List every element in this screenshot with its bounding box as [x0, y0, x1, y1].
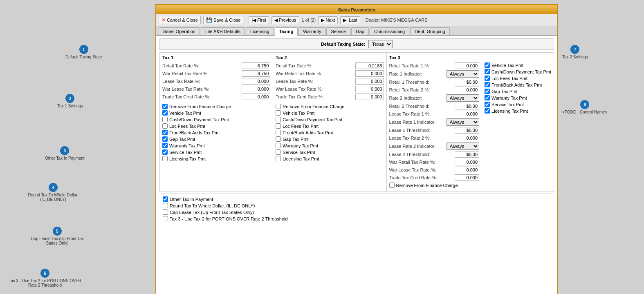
tax3-header: Tax 3	[389, 55, 480, 60]
tax3-remove-finance-checkbox[interactable]	[389, 183, 395, 188]
tax3-service-checkbox[interactable]	[485, 102, 490, 107]
tax3-warranty-checkbox[interactable]	[485, 95, 490, 100]
tax3-lease1-threshold-input[interactable]	[455, 127, 479, 134]
tax1-war-lease-row: War Lease Tax Rate %:	[162, 86, 270, 92]
tax1-retail-rate-row: Retail Tax Rate %:	[162, 62, 270, 69]
tab-gap[interactable]: Gap	[351, 27, 369, 35]
tax3-gap-checkbox[interactable]	[485, 89, 490, 94]
tax3-licensing-checkbox[interactable]	[485, 108, 490, 114]
tab-licensing[interactable]: Licensing	[246, 27, 274, 35]
tax3-lease-rate1-input[interactable]	[455, 111, 479, 117]
tax1-trade-cred-input[interactable]	[242, 94, 270, 100]
tax2-lease-rate-input[interactable]	[355, 78, 384, 85]
tax1-trade-cred-row: Trade Tax Cred Rate %:	[162, 94, 270, 100]
tax3-lease-rate1-row: Lease Tax Rate 1 %:	[389, 111, 480, 117]
tax1-gap-checkbox[interactable]	[162, 136, 168, 142]
tax3-front-back-checkbox[interactable]	[485, 82, 490, 87]
tax3-lease-rate2-row: Lease Tax Rate 2 %:	[389, 135, 480, 141]
tax2-licensing-checkbox[interactable]	[276, 156, 281, 161]
tax1-warranty-checkbox[interactable]	[162, 143, 168, 148]
tax1-cash-down-checkbox[interactable]	[162, 117, 168, 122]
tab-life-ah[interactable]: Life A&H Defaults	[201, 27, 245, 35]
tax3-lease-rate1-indicator-row: Lease Rate 1 Indicator: Always	[389, 118, 480, 126]
tax1-loc-fees-checkbox[interactable]	[162, 123, 168, 129]
tax3-vehicle-tax-checkbox[interactable]	[485, 62, 490, 68]
tax3-loc-fees-checkbox[interactable]	[485, 76, 490, 81]
tax2-loc-fees-checkbox[interactable]	[276, 123, 281, 129]
tax1-war-retail-label: War Retail Tax Rate %:	[162, 71, 209, 76]
tax2-war-lease-input[interactable]	[355, 86, 384, 92]
tax2-cash-down-checkbox[interactable]	[276, 117, 281, 122]
tax2-warranty-checkbox[interactable]	[276, 143, 281, 148]
save-close-button[interactable]: 💾 Save & Close	[203, 16, 244, 24]
tax3-licensing-row: Licensing Tax Pmt	[485, 108, 551, 114]
tax3-lease-rate2-indicator-select[interactable]: Always	[447, 143, 479, 150]
separator-1	[246, 16, 246, 24]
tax3-war-lease-input[interactable]	[455, 167, 479, 173]
cancel-icon: ✕	[162, 17, 166, 23]
tax3-retail1-threshold-input[interactable]	[455, 79, 479, 85]
cap-lease-tax-checkbox[interactable]	[163, 209, 168, 215]
tax3-rate1-indicator-select[interactable]: Always	[447, 70, 479, 78]
tax3-lease2-threshold-input[interactable]	[455, 151, 479, 158]
cancel-close-button[interactable]: ✕ Cancel & Close	[159, 16, 201, 24]
tab-commissioning[interactable]: Commissioning	[370, 27, 409, 35]
tax2-war-retail-input[interactable]	[355, 70, 384, 77]
tax3-rate2-indicator-select[interactable]: Always	[447, 94, 479, 102]
tax3-retail2-threshold-input[interactable]	[455, 103, 479, 109]
tax2-cash-down-label: Cash/Down Payment Tax Pmt	[283, 117, 342, 122]
tax3-front-back-label: Front/Back Adds Tax Pmt	[491, 82, 542, 87]
other-tax-payment-checkbox[interactable]	[163, 196, 168, 202]
label-2: Tax 1 Settings	[57, 104, 83, 108]
tax2-vehicle-tax-checkbox[interactable]	[276, 110, 281, 116]
tab-sales-operation[interactable]: Sales Operation	[159, 27, 200, 35]
tax2-remove-finance-checkbox[interactable]	[276, 104, 281, 109]
tax1-war-retail-input[interactable]	[242, 70, 270, 77]
tax1-remove-finance-checkbox[interactable]	[162, 104, 168, 109]
tax3-column: Tax 3 Retail Tax Rate 1 %: Rate 1 Indica…	[387, 53, 554, 192]
tax-columns: Tax 1 Retail Tax Rate %: War Retail Tax …	[159, 52, 554, 192]
tax2-retail-rate-input[interactable]	[355, 62, 384, 69]
last-button[interactable]: ▶| Last	[340, 16, 360, 24]
tax2-gap-checkbox[interactable]	[276, 136, 281, 142]
tab-service[interactable]: Service	[326, 27, 350, 35]
tax3-war-retail-input[interactable]	[455, 159, 479, 165]
annotation-4: 4 Round Tax To Whole Dollar. (IL, DE ONL…	[25, 183, 82, 202]
tax3-rate1-indicator-row: Rate 1 Indicator: Always	[389, 70, 480, 78]
tax2-trade-cred-input[interactable]	[355, 94, 384, 100]
tax1-service-checkbox[interactable]	[162, 149, 168, 155]
tax3-lease-rate2-label: Lease Tax Rate 2 %:	[389, 136, 431, 140]
tax1-retail-rate-input[interactable]	[242, 62, 270, 69]
tax2-service-checkbox[interactable]	[276, 149, 281, 155]
taxing-state-select[interactable]: Texas	[368, 40, 393, 48]
tax2-licensing-label: Licensing Tax Pmt	[283, 156, 319, 161]
save-icon: 💾	[206, 17, 212, 23]
tax3-cash-down-checkbox[interactable]	[485, 69, 490, 74]
tax3-trade-cred-input[interactable]	[455, 174, 479, 181]
tax3-lease-rate2-input[interactable]	[455, 135, 479, 141]
tab-taxing[interactable]: Taxing	[275, 27, 298, 36]
tax2-front-back-checkbox[interactable]	[276, 130, 281, 135]
round-tax-checkbox[interactable]	[163, 203, 168, 208]
cap-lease-tax-row: Cap Lease Tax (Up Front Tax States Only)	[163, 209, 551, 215]
bubble-4: 4	[49, 183, 58, 192]
tax3-retail-rate2-input[interactable]	[455, 87, 479, 93]
annotation-1: 1 Default Taxing State	[65, 45, 102, 59]
first-button[interactable]: |◀ First	[249, 16, 269, 24]
label-5: Cap Lease Tax (Up Front Tax States Only)	[25, 236, 90, 245]
previous-button[interactable]: ◀ Previous	[272, 16, 299, 24]
next-button[interactable]: ▶ Next	[318, 16, 338, 24]
tax1-front-back-checkbox[interactable]	[162, 130, 168, 135]
tax3-use-tax2-checkbox[interactable]	[163, 216, 168, 221]
tab-dept-grouping[interactable]: Dept. Grouping	[410, 27, 450, 35]
tab-warranty[interactable]: Warranty	[298, 27, 325, 35]
tax2-war-retail-row: War Retail Tax Rate %:	[276, 70, 384, 77]
tax2-trade-cred-row: Trade Tax Cred Rate %:	[276, 94, 384, 100]
tax1-vehicle-tax-checkbox[interactable]	[162, 110, 168, 116]
tax1-lease-rate-input[interactable]	[242, 78, 270, 85]
tax1-licensing-checkbox[interactable]	[162, 156, 168, 161]
tab-bar: Sales Operation Life A&H Defaults Licens…	[156, 26, 557, 36]
tax1-war-lease-input[interactable]	[242, 86, 270, 92]
tax3-retail-rate1-input[interactable]	[455, 62, 479, 69]
tax3-lease-rate1-indicator-select[interactable]: Always	[447, 118, 479, 126]
